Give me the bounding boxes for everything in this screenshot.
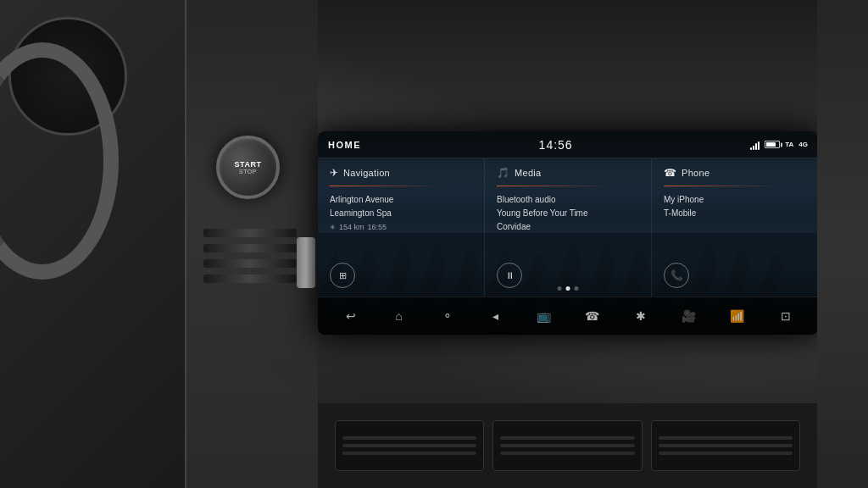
media-title: Media [515, 168, 541, 178]
phone-panel: ☎ Phone My iPhone T-Mobile 📞 [652, 158, 818, 297]
infotainment-screen: HOME 14:56 TA 4G ✈ Navigation Arl [318, 131, 818, 335]
phone-call-button[interactable]: 📞 [664, 263, 689, 288]
vent-line [342, 444, 476, 447]
map-icon: ⊞ [339, 270, 347, 281]
nav-wifi-button[interactable]: 📶 [722, 301, 753, 331]
nav-bluetooth-button[interactable]: ✱ [626, 301, 656, 331]
phone-underline [664, 186, 777, 186]
nav-distance: 154 km [339, 223, 364, 231]
home-label: HOME [328, 140, 361, 150]
signal-bar-2 [753, 146, 754, 150]
bottom-vents-area [318, 403, 817, 488]
nav-panel-header: ✈ Navigation [330, 167, 472, 179]
vent-group-center [492, 420, 642, 471]
media-underline [497, 186, 610, 186]
call-icon: 📞 [670, 269, 683, 281]
phone-carrier: T-Mobile [664, 207, 806, 220]
media-panel: 🎵 Media Bluetooth audio Young Before You… [485, 158, 652, 297]
vent-group-right [651, 420, 800, 471]
nav-phone-button[interactable]: ☎ [577, 301, 608, 331]
clock-display: 14:56 [539, 138, 573, 152]
phone-title: Phone [682, 168, 709, 178]
page-dot-1[interactable] [558, 286, 562, 291]
nav-navigate-button[interactable]: ◂ [481, 301, 511, 331]
nav-map-button[interactable]: ⊞ [330, 263, 355, 288]
media-panel-header: 🎵 Media [497, 167, 639, 179]
nav-camera-button[interactable]: 🎥 [674, 301, 704, 331]
nav-address-line2: Leamington Spa [330, 207, 472, 220]
media-track: Young Before Your Time [497, 207, 639, 220]
nav-media-button[interactable]: 📺 [529, 301, 559, 331]
silver-knob[interactable] [297, 237, 315, 288]
vent-line [659, 436, 793, 440]
navigation-icon: ✈ [330, 167, 338, 179]
phone-panel-header: ☎ Phone [664, 167, 806, 179]
media-artist: Corvidae [497, 220, 639, 234]
vent-line [500, 436, 634, 440]
battery-icon [765, 141, 780, 148]
nav-search-button[interactable]: ⚬ [432, 301, 463, 331]
stop-label: STOP [239, 169, 257, 175]
vent-line [500, 452, 634, 455]
steering-area [0, 0, 186, 488]
signal-strength-icon [750, 140, 760, 150]
vent-slots-left [203, 229, 297, 283]
nav-distance-eta: ✳ 154 km 16:55 [330, 223, 472, 231]
nav-home-button[interactable]: ⌂ [384, 301, 415, 331]
4g-badge: 4G [798, 141, 808, 148]
bottom-nav-bar: ↩ ⌂ ⚬ ◂ 📺 ☎ ✱ 🎥 📶 ⊡ [318, 297, 818, 335]
status-bar: TA 4G [750, 140, 808, 150]
page-dot-3[interactable] [575, 286, 579, 291]
vent-slot [203, 259, 297, 268]
vent-line [500, 444, 634, 447]
signal-bar-3 [755, 143, 757, 150]
screen-content-area: ✈ Navigation Arlington Avenue Leamington… [318, 158, 818, 297]
nav-eta: 16:55 [368, 223, 387, 231]
navigation-title: Navigation [343, 168, 390, 178]
phone-device: My iPhone [664, 193, 806, 207]
start-label: START [235, 160, 262, 169]
nav-back-button[interactable]: ↩ [336, 301, 366, 331]
pause-icon: ⏸ [505, 270, 515, 280]
vent-slot [203, 229, 297, 237]
vent-group-left [335, 420, 484, 471]
page-indicator [558, 286, 579, 291]
vent-line [342, 436, 476, 440]
nav-underline [330, 186, 443, 186]
page-dot-2[interactable] [566, 286, 570, 291]
start-stop-button[interactable]: START STOP [216, 136, 280, 199]
signal-bar-4 [758, 141, 760, 150]
vent-line [659, 444, 793, 447]
vent-slot [203, 274, 297, 283]
nav-settings-button[interactable]: ⊡ [771, 301, 801, 331]
screen-header: HOME 14:56 TA 4G [318, 131, 818, 158]
media-source: Bluetooth audio [497, 193, 639, 207]
phone-icon: ☎ [664, 167, 676, 179]
battery-fill [766, 142, 776, 147]
vent-line [342, 452, 476, 455]
signal-bar-1 [750, 147, 752, 150]
right-panel [817, 0, 868, 488]
media-icon: 🎵 [497, 167, 509, 179]
nav-waypoint-icon: ✳ [330, 224, 336, 231]
navigation-panel: ✈ Navigation Arlington Avenue Leamington… [318, 158, 485, 297]
vent-line [659, 452, 793, 455]
vent-slot [203, 244, 297, 252]
nav-address-line1: Arlington Avenue [330, 193, 472, 207]
ta-badge: TA [785, 141, 793, 148]
media-pause-button[interactable]: ⏸ [497, 263, 522, 288]
